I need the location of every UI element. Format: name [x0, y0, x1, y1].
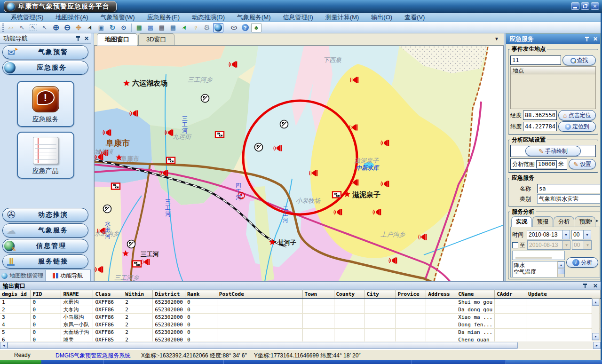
- select-rect-icon[interactable]: ↖: [28, 23, 39, 32]
- overview-icon[interactable]: ♣: [251, 23, 261, 32]
- close-icon[interactable]: ✕: [593, 37, 598, 41]
- nav-arrow-icon[interactable]: ➤: [179, 23, 190, 32]
- column-header-Update[interactable]: Update: [526, 290, 601, 299]
- left-panel-tab-0[interactable]: 地图数据管理: [0, 270, 46, 281]
- zoom-out-icon[interactable]: ⊖: [62, 23, 72, 32]
- minimize-button[interactable]: [571, 2, 579, 10]
- nav-group-link[interactable]: 服务链接: [2, 254, 88, 269]
- column-header-PostCode[interactable]: PostCode: [217, 290, 302, 299]
- scroll-left-icon[interactable]: ◄: [0, 342, 8, 349]
- type-combobox[interactable]: 气象和洪水灾害▼: [537, 194, 600, 204]
- menu-item-3[interactable]: 应急服务(E): [141, 13, 186, 22]
- nav-group-globe-tools[interactable]: 信息管理: [2, 239, 88, 253]
- nav-group-reel[interactable]: 动态推演: [2, 208, 88, 222]
- scroll-down-icon[interactable]: ▼: [592, 333, 599, 340]
- menu-item-9[interactable]: 查看(V): [398, 13, 431, 22]
- menu-item-7[interactable]: 测量计算(M): [319, 13, 365, 22]
- parameter-listbox[interactable]: 降水空气温度 ▲: [512, 261, 565, 277]
- scrollbar-thumb[interactable]: [558, 269, 564, 274]
- identify-icon[interactable]: ⊙: [119, 23, 129, 32]
- column-header-CAddr[interactable]: CAddr: [495, 290, 526, 299]
- refresh-icon[interactable]: ↻: [107, 23, 118, 32]
- nav-group-globe[interactable]: 应急服务: [2, 61, 88, 75]
- left-panel-tab-1[interactable]: 功能导航: [46, 270, 91, 281]
- column-header-Address[interactable]: Address: [426, 290, 456, 299]
- table-row[interactable]: 60城关OXFF8526523020000Cheng guan: [0, 336, 601, 342]
- longitude-input[interactable]: [523, 111, 557, 120]
- column-header-Within[interactable]: Within: [123, 290, 153, 299]
- horizontal-scrollbar[interactable]: ◄ ►: [0, 341, 601, 349]
- column-header-dmgis_id[interactable]: dmgis_id: [0, 290, 31, 299]
- pin-icon[interactable]: [76, 36, 80, 41]
- location-search-input[interactable]: [510, 55, 561, 65]
- column-header-Town[interactable]: Town: [302, 290, 334, 299]
- parameter-item-0[interactable]: 降水: [514, 262, 556, 269]
- scroll-up-icon[interactable]: ▲: [558, 261, 564, 268]
- menu-item-2[interactable]: 气象预警(W): [95, 13, 141, 22]
- location-list-header[interactable]: 地点: [510, 66, 596, 74]
- restore-button[interactable]: [581, 2, 589, 10]
- map-canvas[interactable]: 六运湖农场三工河乡下西泉九运街阜康市阜康市城关镇滋泥泉子滋泥泉子中新水库小泉牧场…: [94, 46, 504, 281]
- column-header-City[interactable]: City: [364, 290, 396, 299]
- print-color-icon[interactable]: ▤: [168, 23, 178, 32]
- menu-item-1[interactable]: 地图操作(A): [49, 13, 94, 22]
- pointer-icon[interactable]: ➤: [85, 23, 95, 32]
- set-button[interactable]: ✎设置: [569, 159, 596, 169]
- select-lasso-icon[interactable]: ↖: [40, 23, 50, 32]
- scrollbar-thumb[interactable]: [8, 342, 518, 349]
- table-row[interactable]: 10水磨沟OXFF8626523020000Shui mo gou: [0, 299, 601, 306]
- column-header-CName[interactable]: CName: [456, 290, 495, 299]
- menu-item-5[interactable]: 气象服务(M): [231, 13, 277, 22]
- table-row[interactable]: 40东风一小队OXFF8626523020000Dong fen...: [0, 321, 601, 329]
- start-button[interactable]: [0, 360, 41, 364]
- latitude-input[interactable]: [523, 122, 557, 131]
- menu-item-8[interactable]: 输出(O): [365, 13, 398, 22]
- layers-icon[interactable]: ▦: [134, 23, 144, 32]
- to-checkbox[interactable]: [512, 242, 518, 248]
- dataset-box[interactable]: [512, 251, 565, 260]
- pin-icon[interactable]: [585, 37, 589, 41]
- select-cursor-icon[interactable]: ↖: [17, 23, 27, 32]
- globe-icon[interactable]: [213, 23, 223, 32]
- pan-icon[interactable]: ✥: [73, 23, 84, 32]
- scroll-right-icon[interactable]: ►: [593, 342, 601, 349]
- column-header-RNAME[interactable]: RNAME: [61, 290, 93, 299]
- menu-item-4[interactable]: 动态推演(D): [186, 13, 231, 22]
- scroll-up-icon[interactable]: ▲: [592, 299, 599, 306]
- parameter-item-1[interactable]: 空气温度: [514, 269, 556, 275]
- nav-group-mail[interactable]: 气象预警: [2, 45, 88, 59]
- hour-combobox[interactable]: 00▼: [571, 230, 591, 239]
- analysis-tab-2[interactable]: 分析: [554, 216, 574, 227]
- settings-icon[interactable]: ⚙: [202, 23, 212, 32]
- emergency-product-button[interactable]: 应急产品: [17, 132, 74, 179]
- emergency-service-button[interactable]: ! 应急服务: [17, 81, 74, 127]
- manual-draw-button[interactable]: ✎手动绘制: [525, 146, 581, 156]
- measure-icon[interactable]: ▱: [6, 23, 16, 32]
- map-tab-1[interactable]: 3D窗口: [138, 33, 174, 45]
- placemark-icon[interactable]: ♀: [190, 23, 201, 32]
- column-header-Provice[interactable]: Provice: [396, 290, 426, 299]
- locate-to-button[interactable]: ▼定位到: [558, 121, 596, 132]
- listbox-scrollbar[interactable]: ▲: [557, 261, 564, 277]
- map-tab-dropdown-icon[interactable]: ▼: [494, 36, 499, 41]
- click-locate-button[interactable]: ⌂点击定位: [558, 110, 596, 120]
- range-input[interactable]: [536, 160, 557, 168]
- tab-scroll-arrows[interactable]: ◄ ►: [589, 219, 600, 223]
- table-row[interactable]: 20大冬沟OXFF8626523020000Da dong gou: [0, 306, 601, 314]
- location-list[interactable]: [510, 74, 596, 109]
- date-combobox[interactable]: 2010-08-13▼: [527, 230, 570, 239]
- column-header-FID[interactable]: FID: [31, 290, 61, 299]
- eye-icon[interactable]: ⊙: [229, 23, 239, 32]
- column-header-District[interactable]: District: [153, 290, 185, 299]
- column-header-Rank[interactable]: Rank: [185, 290, 217, 299]
- table-row[interactable]: 30小马厩沟OXFF8626523020000Xiao ma ...: [0, 314, 601, 321]
- nav-group-cloud[interactable]: 气象服务: [2, 223, 88, 237]
- full-extent-icon[interactable]: ▣: [96, 23, 106, 32]
- menu-item-6[interactable]: 信息管理(I): [277, 13, 319, 22]
- analysis-tab-0[interactable]: 实况: [511, 216, 532, 227]
- analysis-tab-1[interactable]: 预报: [532, 216, 553, 227]
- service-name-input[interactable]: [537, 184, 600, 193]
- table-row[interactable]: 50大面场子沟OXFF8626523020000Da mian ...: [0, 329, 601, 336]
- export-image-icon[interactable]: ▩: [145, 23, 156, 32]
- analyze-button[interactable]: i 分析: [566, 257, 598, 268]
